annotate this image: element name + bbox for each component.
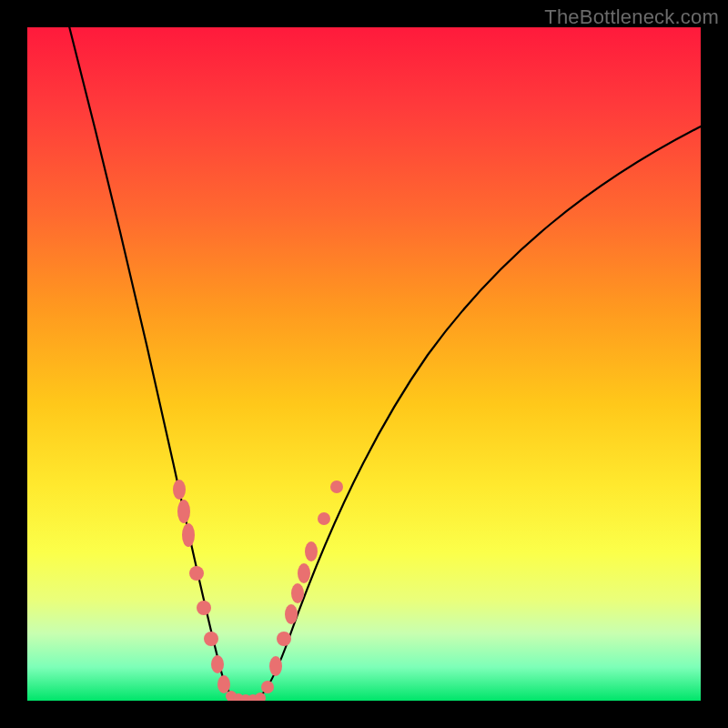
watermark-text: TheBottleneck.com [544,5,719,29]
marker-dot [269,656,282,676]
marker-dot [177,500,190,523]
chart-svg [27,27,701,701]
marker-dot [197,601,211,615]
marker-dot [330,480,343,493]
curve-right [255,126,701,701]
curve-left [68,27,238,701]
marker-dot [285,604,298,624]
marker-dot [305,541,318,561]
marker-dot [255,693,266,701]
plot-area [27,27,701,701]
marker-dot [298,563,310,583]
marker-dot [277,632,291,646]
marker-dot [261,681,274,693]
marker-group [173,480,343,701]
marker-dot [204,632,218,646]
marker-dot [291,583,304,603]
marker-dot [182,523,195,547]
chart-frame: TheBottleneck.com [0,0,728,728]
marker-dot [217,675,230,693]
marker-dot [211,655,224,673]
marker-dot [189,566,204,581]
marker-dot [173,480,186,500]
marker-dot [318,512,330,525]
